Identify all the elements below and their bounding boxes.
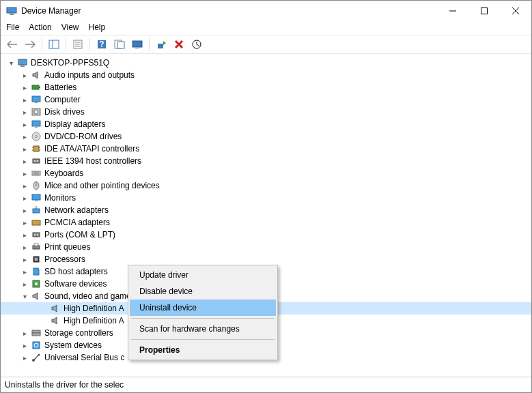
expand-collapse-icon[interactable]: ▸ xyxy=(20,96,29,104)
category-node[interactable]: ▸Processors xyxy=(1,253,531,265)
expand-collapse-icon[interactable]: ▸ xyxy=(20,72,29,79)
tree-node-label: Ports (COM & LPT) xyxy=(44,230,115,239)
speaker-icon xyxy=(50,315,61,326)
properties-button[interactable] xyxy=(70,37,85,52)
expand-collapse-icon[interactable]: ▾ xyxy=(20,293,29,300)
expand-collapse-icon[interactable]: ▾ xyxy=(6,59,16,67)
category-node[interactable]: ▸Computer xyxy=(1,93,531,106)
expand-collapse-icon[interactable]: ▸ xyxy=(20,244,29,251)
tree-node-label: DVD/CD-ROM drives xyxy=(44,132,122,141)
expand-collapse-icon[interactable]: ▸ xyxy=(20,330,29,337)
view-button[interactable] xyxy=(130,37,145,52)
expand-collapse-icon[interactable]: ▸ xyxy=(20,84,29,91)
svg-rect-29 xyxy=(35,127,38,128)
context-menu-item[interactable]: Properties xyxy=(130,342,276,358)
cpu-icon xyxy=(31,254,42,265)
uninstall-button[interactable] xyxy=(171,37,186,52)
toolbar-separator xyxy=(66,38,66,51)
category-node[interactable]: ▸Ports (COM & LPT) xyxy=(1,229,531,241)
svg-point-39 xyxy=(37,160,38,162)
show-console-tree-button[interactable] xyxy=(46,37,61,52)
tree-node-label: Print queues xyxy=(44,242,90,252)
tree-node-label: PCMCIA adapters xyxy=(44,218,110,227)
close-button[interactable] xyxy=(500,1,531,21)
menu-file[interactable]: File xyxy=(6,23,19,33)
context-menu-item[interactable]: Scan for hardware changes xyxy=(130,321,276,337)
usb-icon xyxy=(31,352,42,363)
svg-rect-1 xyxy=(10,14,14,15)
cd-icon xyxy=(31,131,42,142)
toolbar-separator xyxy=(149,38,150,51)
statusbar-text: Uninstalls the driver for the selec xyxy=(5,380,124,390)
port-icon xyxy=(31,229,42,240)
category-node[interactable]: ▸Monitors xyxy=(1,192,531,204)
expand-collapse-icon[interactable]: ▸ xyxy=(20,231,29,239)
tree-node-label: System devices xyxy=(44,340,102,350)
category-node[interactable]: ▸IDE ATA/ATAPI controllers xyxy=(1,143,531,155)
expand-collapse-icon[interactable]: ▸ xyxy=(20,133,29,141)
svg-rect-24 xyxy=(32,96,40,102)
category-node[interactable]: ▸DVD/CD-ROM drives xyxy=(1,130,531,143)
svg-rect-53 xyxy=(33,246,40,249)
category-node[interactable]: ▸IEEE 1394 host controllers xyxy=(1,155,531,167)
disk-icon xyxy=(31,106,42,117)
update-driver-button[interactable] xyxy=(154,37,169,52)
expand-collapse-icon[interactable]: ▸ xyxy=(20,256,29,263)
help-button[interactable]: ? xyxy=(94,37,109,52)
expand-collapse-icon[interactable]: ▸ xyxy=(20,182,29,190)
minimize-button[interactable] xyxy=(437,1,468,21)
forward-button[interactable] xyxy=(23,37,38,52)
svg-rect-17 xyxy=(135,48,139,48)
expand-collapse-icon[interactable]: ▸ xyxy=(20,108,29,116)
monitor-icon xyxy=(31,192,42,203)
context-menu: Update driverDisable deviceUninstall dev… xyxy=(128,265,278,360)
expand-collapse-icon[interactable]: ▸ xyxy=(20,219,29,227)
menu-help[interactable]: Help xyxy=(89,23,106,33)
network-icon xyxy=(31,205,42,216)
root-node[interactable]: ▾DESKTOP-PPFS51Q xyxy=(1,57,531,69)
context-menu-item[interactable]: Uninstall device xyxy=(130,300,276,316)
category-node[interactable]: ▸Network adapters xyxy=(1,204,531,216)
svg-point-52 xyxy=(37,234,38,235)
category-node[interactable]: ▸PCMCIA adapters xyxy=(1,216,531,229)
expand-collapse-icon[interactable]: ▸ xyxy=(20,145,29,153)
category-node[interactable]: ▸Audio inputs and outputs xyxy=(1,69,531,81)
expand-collapse-icon[interactable]: ▸ xyxy=(20,207,29,214)
keyboard-icon xyxy=(31,168,42,179)
tree-node-label: SD host adapters xyxy=(44,267,108,276)
category-node[interactable]: ▸Keyboards xyxy=(1,167,531,179)
svg-rect-60 xyxy=(32,333,40,336)
expand-collapse-icon[interactable]: ▸ xyxy=(20,158,29,165)
titlebar: Device Manager xyxy=(1,1,531,21)
expand-collapse-icon[interactable]: ▸ xyxy=(20,170,29,177)
category-node[interactable]: ▸Print queues xyxy=(1,241,531,253)
mouse-icon xyxy=(31,180,42,191)
menu-view[interactable]: View xyxy=(61,23,79,33)
speaker-icon xyxy=(31,70,42,81)
back-button[interactable] xyxy=(5,37,20,52)
expand-collapse-icon[interactable]: ▸ xyxy=(20,354,29,362)
app-icon xyxy=(6,5,17,16)
category-node[interactable]: ▸Batteries xyxy=(1,81,531,93)
category-node[interactable]: ▸Display adapters xyxy=(1,118,531,130)
category-node[interactable]: ▸Mice and other pointing devices xyxy=(1,179,531,192)
category-node[interactable]: ▸Disk drives xyxy=(1,106,531,118)
svg-rect-0 xyxy=(7,8,16,13)
expand-collapse-icon[interactable]: ▸ xyxy=(20,121,29,128)
software-icon xyxy=(31,278,42,289)
chip-icon xyxy=(31,143,42,154)
expand-collapse-icon[interactable]: ▸ xyxy=(20,342,29,349)
context-menu-item[interactable]: Update driver xyxy=(130,267,276,283)
expand-collapse-icon[interactable]: ▸ xyxy=(20,268,29,276)
tree-node-label: Universal Serial Bus c xyxy=(44,353,124,362)
expand-collapse-icon[interactable]: ▸ xyxy=(20,280,29,288)
context-menu-item[interactable]: Disable device xyxy=(130,283,276,300)
menu-action[interactable]: Action xyxy=(29,23,51,33)
maximize-button[interactable] xyxy=(468,1,500,21)
expand-collapse-icon[interactable]: ▸ xyxy=(20,194,29,202)
svg-rect-23 xyxy=(39,87,40,88)
svg-line-64 xyxy=(33,355,39,360)
toolbar: ? xyxy=(1,35,531,54)
scan-hardware-button[interactable] xyxy=(189,37,204,52)
action-button[interactable] xyxy=(112,37,127,52)
